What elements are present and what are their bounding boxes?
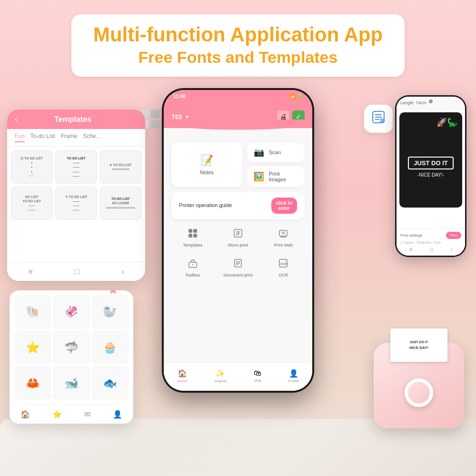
device-name: T02 [171, 113, 182, 120]
animal-nav-profile[interactable]: 👤 [113, 410, 122, 419]
filter-schedule[interactable]: Sche... [83, 133, 100, 142]
print-web-label: Print Web [274, 243, 293, 248]
printer-button[interactable] [405, 378, 433, 407]
phone-actions: 🖨 ✓ [277, 110, 305, 123]
animal-whale[interactable]: 🐋 [53, 366, 89, 400]
print-card[interactable]: 🖼️ Print Images [247, 166, 305, 187]
animal-seal[interactable]: 🦭 [92, 295, 129, 329]
templates-icon [188, 228, 198, 241]
filter-fun[interactable]: Fun [15, 133, 25, 142]
right-nav-home[interactable]: □ [430, 246, 433, 253]
phone-body: 📝 Notes 📷 Scan 🖼️ Print Images Printer [164, 128, 312, 391]
template-label: TO DO LIST———————— [65, 154, 87, 179]
right-phone-nav: ≡ □ ‹ [400, 246, 461, 253]
right-phone: Length: 74cm 🚀🦕 JUST DO IT -NICE DAY!- P… [395, 95, 466, 257]
nav-back-icon[interactable]: ‹ [121, 268, 124, 276]
camera-dot [429, 99, 433, 103]
micro-print-item[interactable]: Micro print [217, 224, 259, 251]
toolbox-icon [188, 258, 198, 271]
animal-grid: 🐚 🦑 🦭 ⭐ 🦈 🧁 🦀 🐋 🐟 [10, 290, 133, 405]
just-do-it-text: JUST DO IT [408, 157, 454, 169]
tablet-templates: ‹ Templates Fun To-do List Frame Sche...… [7, 109, 145, 281]
print-web-item[interactable]: Print Web [262, 224, 305, 251]
dropdown-icon[interactable]: ▼ [185, 114, 189, 119]
animal-octopus[interactable]: 🦑 [53, 295, 89, 329]
back-button[interactable]: ‹ [15, 114, 18, 124]
animal-nav-home[interactable]: 🏠 [20, 410, 30, 419]
right-cards: 📷 Scan 🖼️ Print Images [247, 142, 305, 187]
length-label: Length: 74cm [400, 100, 426, 105]
doc-print-icon [233, 258, 243, 271]
template-cell[interactable]: DO LISTTO DO LIST———— [11, 187, 52, 220]
print-action-button[interactable]: 🖨 [277, 110, 289, 123]
toolbox-item[interactable]: Toolbox [171, 254, 214, 281]
template-label: DO LISTTO DO LIST———— [20, 193, 43, 214]
template-cell[interactable]: ✎ TO DO LIST—————— [55, 187, 97, 220]
print-label: Print Images [269, 171, 298, 182]
animal-cupcake[interactable]: 🧁 [92, 331, 129, 365]
graphic-nav-icon: ✨ [216, 369, 225, 378]
phone-screen: 11:48 📶 🔋 T02 ▼ 🖨 ✓ 📝 Notes [164, 90, 312, 391]
right-nav-back[interactable]: ‹ [451, 246, 453, 253]
doc-print-item[interactable]: Document print [217, 254, 259, 281]
print-settings-row: Print settings Print [400, 232, 461, 239]
tablet-title: Templates [54, 115, 91, 124]
sub-title: Free Fonts and Templates [90, 47, 386, 68]
confirm-button[interactable]: ✓ [292, 110, 305, 123]
nav-home[interactable]: 🏠 Home [177, 369, 187, 383]
animal-fish[interactable]: 🐟 [92, 366, 129, 400]
right-nav-menu[interactable]: ≡ [409, 246, 412, 253]
svg-rect-3 [193, 234, 197, 238]
right-phone-content: 🚀🦕 JUST DO IT -NICE DAY!- [397, 109, 465, 210]
templates-label: Templates [183, 243, 202, 248]
animal-nav-mail[interactable]: ✉ [84, 410, 90, 419]
notes-icon: 📝 [200, 154, 213, 167]
note-icon-box [364, 105, 393, 133]
ocr-item[interactable]: OCR OCR [262, 254, 305, 281]
tablet-animals: ★ 🐚 🦑 🦭 ⭐ 🦈 🧁 🦀 🐋 🐟 🏠 ⭐ ✉ 👤 [10, 290, 133, 424]
micro-print-icon [233, 228, 243, 241]
svg-text:OCR: OCR [280, 262, 288, 266]
grid-dot [151, 109, 159, 118]
click-to-enter-button[interactable]: click toenter [271, 198, 297, 214]
nav-mall[interactable]: 🛍 Mall [254, 369, 261, 383]
template-cell[interactable]: TO DO LISTNO.123456=============== [100, 187, 141, 220]
scan-label: Scan [269, 149, 281, 155]
status-icons: 📶 🔋 [290, 94, 303, 99]
template-label: TO DO LISTNO.123456=============== [104, 195, 137, 211]
nav-profile[interactable]: 👤 Profile [288, 369, 299, 383]
nav-graphic[interactable]: ✨ Graphic [214, 369, 227, 383]
template-cell[interactable]: ☑ TO DO LIST•••♡ [11, 150, 52, 184]
ocr-label: OCR [278, 273, 288, 278]
animal-star[interactable]: ⭐ [14, 331, 51, 365]
icon-grid: Templates Micro print [171, 224, 305, 281]
animal-bottom-nav: 🏠 ⭐ ✉ 👤 [10, 405, 133, 424]
home-nav-icon: 🏠 [178, 369, 187, 378]
nav-menu-icon[interactable]: ≡ [28, 268, 32, 276]
guide-text: Printer operation guide [179, 202, 232, 209]
template-cell[interactable]: ✈ TO DO LIST========= [100, 150, 141, 184]
print-web-icon [278, 228, 288, 241]
animal-nav-star[interactable]: ⭐ [52, 410, 62, 419]
profile-nav-label: Profile [288, 379, 299, 383]
svg-rect-0 [188, 229, 192, 233]
svg-line-26 [381, 119, 384, 122]
nav-home-icon[interactable]: □ [75, 268, 79, 276]
bottom-nav: 🏠 Home ✨ Graphic 🛍 Mall 👤 Profile [164, 362, 312, 391]
title-bar: T02 ▼ [171, 113, 189, 120]
grid-dot [151, 120, 159, 129]
notes-card[interactable]: 📝 Notes [171, 142, 242, 187]
filter-todo[interactable]: To-do List [30, 133, 55, 142]
scan-card[interactable]: 📷 Scan [247, 142, 305, 162]
status-time: 11:48 [173, 94, 186, 99]
print-button[interactable]: Print [446, 232, 461, 239]
template-cell[interactable]: TO DO LIST———————— [55, 150, 97, 184]
phone-header: 11:48 📶 🔋 T02 ▼ 🖨 ✓ [164, 90, 312, 128]
animal-narwhal[interactable]: 🦈 [53, 331, 89, 365]
animal-shell[interactable]: 🐚 [14, 295, 51, 329]
animal-crab[interactable]: 🦀 [14, 366, 51, 400]
print-settings-label: Print settings [400, 233, 422, 238]
nice-day-text: -NICE DAY!- [417, 172, 444, 178]
filter-frame[interactable]: Frame [61, 133, 78, 142]
templates-item[interactable]: Templates [171, 224, 214, 251]
